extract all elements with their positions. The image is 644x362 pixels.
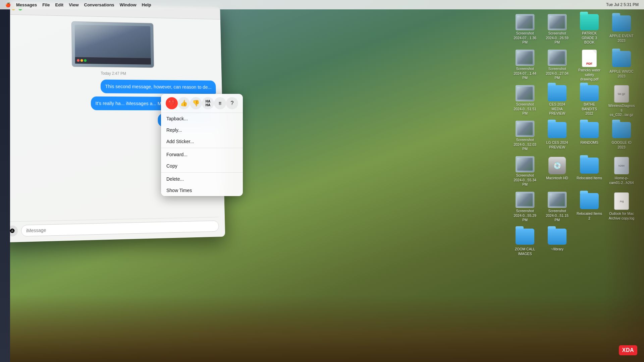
tapback-emphasis[interactable]: !! (214, 97, 226, 109)
menu-view[interactable]: View (69, 2, 78, 7)
desktop-icon-home-cam[interactable]: h264 Home-p-cam01-2...h264 (606, 154, 637, 188)
desktop-icon-library[interactable]: ~/library (542, 225, 572, 259)
imessage-input[interactable] (21, 221, 219, 237)
desktop-icon-screenshot6[interactable]: Screenshot2024-0...52.03 PM (510, 119, 540, 152)
tapback-thumbsdown[interactable]: 👎 (190, 97, 202, 109)
screenshot-preview (6, 20, 215, 68)
menu-file[interactable]: File (42, 2, 50, 7)
desktop-icon-patrick-grade[interactable]: PATRICK GRADE 3BOOK (574, 12, 604, 46)
desktop-icon-relocated-items2[interactable]: Relocated Items 2 (574, 190, 604, 223)
menu-item-delete[interactable]: Delete... (161, 173, 243, 185)
menu-item-add-sticker[interactable]: Add Sticker... (161, 136, 243, 147)
left-panel (0, 0, 10, 362)
menubar-right: Tue Jul 2 5:31 PM (606, 2, 639, 7)
desktop-icon-screenshot9[interactable]: Screenshot2024-0...51.15 PM (542, 190, 572, 223)
menu-time: Tue Jul 2 5:31 PM (606, 2, 639, 7)
menu-item-forward[interactable]: Forward... (161, 149, 243, 160)
context-menu: ❤️ 👍 👎 HAHA !! ? Tapback... Reply... Add… (161, 94, 243, 196)
desktop-icon-randoms[interactable]: RANDOMS (574, 119, 604, 152)
tapback-haha[interactable]: HAHA (202, 97, 214, 109)
desktop-icons: Screenshot2024-07...1.36 PM Screenshot20… (510, 12, 637, 359)
desktop-icon-screenshot4[interactable]: Screenshot2024-0...27.04 PM (542, 48, 572, 81)
desktop-icon-screenshot7[interactable]: Screenshot2024-0...55.34 PM (510, 154, 540, 188)
menubar-left: 🍎 Messages File Edit View Conversations … (5, 2, 151, 7)
menu-item-copy[interactable]: Copy (161, 160, 243, 172)
menu-help[interactable]: Help (142, 2, 151, 7)
tapback-row: ❤️ 👍 👎 HAHA !! ? (161, 94, 243, 113)
desktop-icon-screenshot5[interactable]: Screenshot2024-0...51.51 PM (510, 83, 540, 117)
desktop-icon-lg-ces[interactable]: LG CES 2024PREVIEW (542, 119, 572, 152)
desktop-icon-apple-wwdc[interactable]: APPLE WWDC2023 (606, 48, 637, 81)
menu-window[interactable]: Window (120, 2, 137, 7)
desktop-icon-google-io[interactable]: GOOGLE IO2023 (606, 119, 637, 152)
menu-item-show-times[interactable]: Show Times (161, 185, 243, 196)
menubar: 🍎 Messages File Edit View Conversations … (0, 0, 644, 9)
menu-conversations[interactable]: Conversations (84, 2, 114, 7)
desktop-icon-patricks-water[interactable]: Patricks watersafety drawing.pdf (574, 48, 604, 81)
desktop-icon-screenshot8[interactable]: Screenshot2024-0...55.29 PM (510, 190, 540, 223)
desktop-icon-relocated-items[interactable]: Relocated Items (574, 154, 604, 188)
menu-separator-2 (161, 172, 243, 173)
menu-item-tapback[interactable]: Tapback... (161, 113, 243, 124)
menu-edit[interactable]: Edit (55, 2, 64, 7)
xda-badge: XDA (619, 345, 637, 355)
desktop-icon-screenshot3[interactable]: Screenshot2024-07...1.44 PM (510, 48, 540, 81)
desktop-icon-screenshot2[interactable]: Screenshot2024-0...26.59 PM (542, 12, 572, 46)
menu-item-reply[interactable]: Reply... (161, 124, 243, 136)
desktop-icon-screenshot1[interactable]: Screenshot2024-07...1.36 PM (510, 12, 540, 46)
desktop-icon-outlook-log[interactable]: .log Outlook for MacArchive copy.log (606, 190, 637, 223)
desktop-icon-ces2024[interactable]: CES 2024 MEDIAPREVIEW (542, 83, 572, 117)
tapback-question[interactable]: ? (226, 97, 238, 109)
tapback-thumbsup[interactable]: 👍 (178, 97, 190, 109)
desktop-icon-zoom-images[interactable]: ZOOM CALLIMAGES (510, 225, 540, 259)
desktop-icon-macintosh-hd[interactable]: 💿 Macintosh HD (542, 154, 572, 188)
menu-separator-1 (161, 148, 243, 148)
message-bubble-1[interactable]: This second message, however, can reason… (101, 79, 216, 94)
apple-menu[interactable]: 🍎 (5, 2, 11, 7)
desktop-icon-apple-event[interactable]: APPLE EVENT2023 (606, 12, 637, 46)
desktop-icon-bathe-bandits[interactable]: BATHE BANDITS2022 (574, 83, 604, 117)
tapback-heart[interactable]: ❤️ (166, 97, 178, 109)
desktop-icon-wireless-diag[interactable]: tar.gz WirelessDiagnostics_C02...tar.gz (606, 83, 637, 117)
app-menu-messages[interactable]: Messages (16, 2, 37, 7)
message-timestamp: Today 2:47 PM (6, 70, 215, 77)
